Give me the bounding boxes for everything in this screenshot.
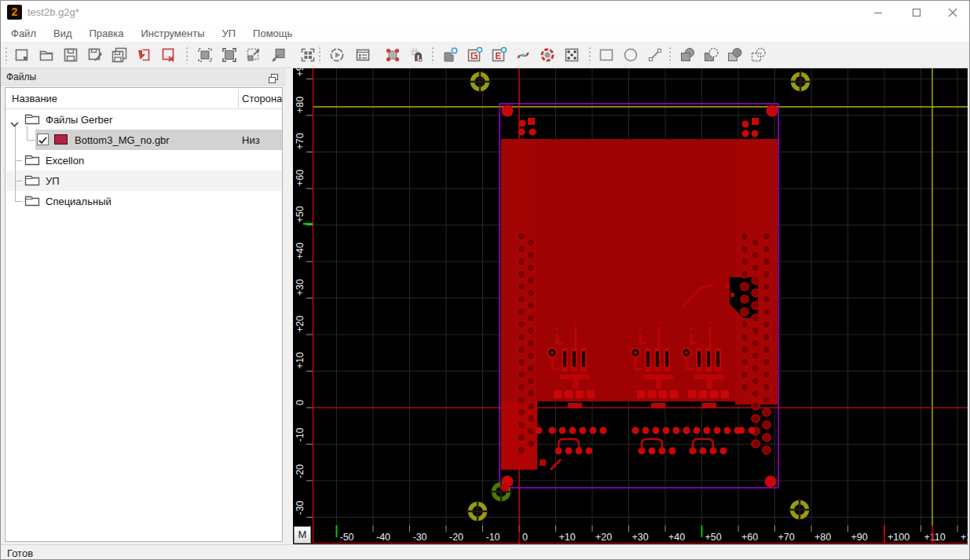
new-text-object-icon (490, 46, 507, 64)
svg-text:+10: +10 (559, 532, 576, 543)
files-panel-header[interactable]: Файлы (1, 68, 286, 86)
new-gerber-object-button[interactable] (463, 44, 485, 66)
svg-text:-30: -30 (295, 500, 306, 514)
svg-text:-40: -40 (376, 532, 390, 543)
gerber-file-name: Bottom3_MG_no.gbr (75, 134, 170, 146)
draw-line-icon (646, 46, 664, 64)
toolbar-drag-handle[interactable] (588, 46, 591, 64)
new-file-button[interactable] (11, 44, 33, 66)
menu-view[interactable]: Вид (45, 26, 81, 41)
zoom-in-region-button[interactable] (267, 44, 289, 66)
close-file-button[interactable] (157, 44, 179, 66)
new-pad-icon (441, 46, 459, 64)
boolean-union-button[interactable] (676, 44, 698, 66)
fit-all-button[interactable] (297, 44, 319, 66)
svg-text:+60: +60 (741, 532, 758, 543)
tree-row-gerber-group[interactable]: Файлы Gerber (5, 109, 282, 130)
boolean-intersect-button[interactable] (723, 44, 745, 66)
import-layer-button[interactable] (133, 44, 155, 66)
gerber-viewport[interactable]: -50-40-30-20-100+10+20+30+40+50+60+70+80… (293, 68, 968, 544)
save-as-button[interactable] (84, 44, 106, 66)
svg-text:-10: -10 (486, 532, 500, 543)
toolbar-drag-handle[interactable] (185, 46, 189, 64)
new-drill-array-button[interactable] (561, 44, 583, 66)
maximize-button[interactable] (901, 1, 932, 24)
new-flash-icon (539, 46, 556, 64)
save-all-button[interactable] (108, 44, 130, 66)
toolbar-drag-handle[interactable] (668, 46, 672, 64)
minimize-icon (873, 8, 883, 17)
save-button[interactable] (60, 44, 82, 66)
column-separator[interactable] (238, 90, 239, 108)
svg-text:+40: +40 (668, 532, 685, 543)
save-all-icon (111, 46, 128, 64)
new-text-object-button[interactable] (488, 44, 510, 66)
tree-row-gerber-file[interactable]: Bottom3_MG_no.gbr Низ (5, 130, 282, 150)
new-path-button[interactable] (512, 44, 534, 66)
svg-text:+80: +80 (814, 532, 831, 543)
draw-circle-button[interactable] (620, 44, 642, 66)
menu-edit[interactable]: Правка (81, 26, 133, 41)
toolbar-drag-handle[interactable] (318, 46, 321, 64)
tree-row-up[interactable]: УП (5, 170, 282, 191)
ruler-mode-button[interactable]: M (294, 526, 311, 544)
menu-help[interactable]: Помощь (244, 26, 301, 41)
folder-icon (24, 112, 40, 128)
run-processing-button[interactable] (326, 44, 348, 66)
minimize-button[interactable] (862, 1, 894, 24)
layer-color-swatch[interactable] (54, 134, 68, 145)
app-window: 2 test2b.g2g* Файл Вид Правка Инструмент… (0, 0, 970, 560)
new-flash-button[interactable] (536, 44, 558, 66)
svg-text:+70: +70 (295, 133, 306, 149)
draw-rectangle-button[interactable] (595, 44, 617, 66)
close-button[interactable] (937, 1, 968, 24)
svg-text:+20: +20 (595, 532, 612, 543)
layer-visibility-checkbox[interactable] (37, 134, 49, 145)
toolbar-drag-handle[interactable] (5, 46, 8, 64)
menu-file[interactable]: Файл (2, 26, 45, 41)
tree-label-up: УП (46, 175, 60, 187)
panel-float-icon[interactable] (269, 72, 278, 86)
tree-row-excellon[interactable]: Excellon (5, 150, 282, 170)
boolean-subtract-icon (702, 46, 719, 64)
edit-vertices-icon (384, 46, 401, 64)
open-file-icon (38, 46, 55, 64)
svg-text:+90: +90 (851, 532, 868, 543)
tree-label-excellon: Excellon (46, 155, 84, 167)
new-pad-button[interactable] (439, 44, 461, 66)
new-drill-array-icon (563, 46, 580, 64)
zoom-to-selection-button[interactable] (218, 44, 240, 66)
menu-tools[interactable]: Инструменты (132, 26, 213, 41)
draw-line-button[interactable] (644, 44, 666, 66)
toolbar-drag-handle[interactable] (431, 46, 434, 64)
files-tree-header: Название Сторона (5, 88, 282, 109)
svg-text:-30: -30 (413, 532, 427, 543)
zoom-to-object-button[interactable] (194, 44, 216, 66)
svg-text:-20: -20 (449, 532, 463, 543)
gerber-canvas[interactable]: -50-40-30-20-100+10+20+30+40+50+60+70+80… (293, 68, 968, 544)
open-file-button[interactable] (35, 44, 57, 66)
svg-text:-10: -10 (295, 427, 306, 441)
title-bar: 2 test2b.g2g* (1, 1, 969, 24)
save-icon (62, 46, 79, 64)
boolean-subtract-button[interactable] (700, 44, 722, 66)
chevron-down-icon[interactable] (10, 116, 19, 130)
zoom-out-region-button[interactable] (243, 44, 265, 66)
project-options-icon (354, 46, 372, 64)
boolean-intersect-icon (726, 46, 743, 64)
column-header-side[interactable]: Сторона (242, 93, 282, 104)
svg-text:0: 0 (295, 400, 306, 405)
toolbar (1, 42, 969, 68)
tree-row-special[interactable]: Специальный (5, 191, 282, 211)
draw-rectangle-icon (598, 46, 615, 64)
menu-up[interactable]: УП (213, 26, 244, 41)
boolean-xor-button[interactable] (747, 44, 769, 66)
window-title: test2b.g2g* (27, 6, 79, 18)
column-header-name[interactable]: Название (12, 93, 57, 104)
folder-icon (24, 153, 40, 169)
edit-vertices-button[interactable] (382, 44, 404, 66)
new-file-icon (13, 46, 31, 64)
project-options-button[interactable] (352, 44, 374, 66)
snap-to-grid-button[interactable] (407, 44, 429, 66)
new-path-icon (514, 46, 532, 64)
